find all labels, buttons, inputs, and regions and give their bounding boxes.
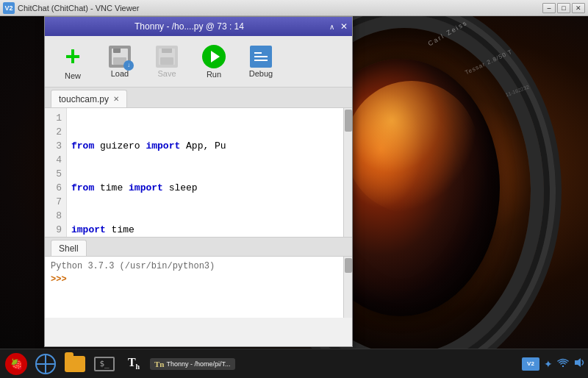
terminal-symbol: $_ xyxy=(99,359,109,368)
code-scrollbar-thumb[interactable] xyxy=(345,110,352,132)
globe-icon xyxy=(35,354,56,374)
vnc-titlebar: V2 ChitChat (ChitChat) - VNC Viewer – □ … xyxy=(0,0,588,16)
file-tab-close-icon[interactable]: ✕ xyxy=(113,95,119,103)
thonny-title-up-icon: ∧ xyxy=(329,23,334,31)
vnc-window-title: ChitChat (ChitChat) - VNC Viewer xyxy=(18,4,542,13)
wifi-icon[interactable] xyxy=(557,357,569,370)
save-label: Save xyxy=(157,69,176,78)
vnc-window-controls: – □ ✕ xyxy=(542,3,585,13)
thonny-title-controls: ∧ ✕ xyxy=(329,21,348,32)
shell-prompt-symbol: >>> xyxy=(51,274,67,285)
new-icon: + xyxy=(65,43,80,70)
taskbar-raspberry-button[interactable]: 🍓 xyxy=(3,352,29,377)
thonny-toolbar: + New ↓ Load Sav xyxy=(45,36,352,88)
new-button[interactable]: + New xyxy=(51,40,95,84)
vnc-app-icon: V2 xyxy=(3,2,15,14)
code-editor: 1 2 3 4 5 6 7 8 9 from guizero import Ap… xyxy=(45,108,352,237)
thonny-taskbar-icon: Tn xyxy=(154,360,164,368)
line-num-6: 6 xyxy=(56,181,62,195)
taskbar-browser-button[interactable] xyxy=(32,352,59,377)
vnc-close-button[interactable]: ✕ xyxy=(572,3,585,13)
terminal-icon: $_ xyxy=(94,357,115,371)
svg-marker-0 xyxy=(575,358,581,367)
taskbar-thonny-button[interactable]: Tn Thonny - /home/pi/T... xyxy=(150,358,235,370)
run-icon xyxy=(202,45,226,68)
line-num-7: 7 xyxy=(56,195,62,209)
shell-tab-label: Shell xyxy=(59,243,79,254)
debug-icon xyxy=(250,46,272,68)
file-tab-touchcam[interactable]: touchcam.py ✕ xyxy=(51,90,127,107)
vnc-maximize-button[interactable]: □ xyxy=(557,3,570,13)
wifi-svg xyxy=(557,357,569,368)
taskbar-right-area: V2 ✦ xyxy=(522,357,585,371)
shell-python-version: Python 3.7.3 (/usr/bin/python3) xyxy=(51,260,346,273)
run-button[interactable]: Run xyxy=(192,40,236,84)
bluetooth-icon[interactable]: ✦ xyxy=(544,358,553,370)
code-line-3: import time xyxy=(71,223,348,237)
thonny-window-title: Thonny - /ho....py @ 73 : 14 xyxy=(49,21,329,32)
load-icon: ↓ xyxy=(109,46,131,68)
shell-prompt-line: >>> xyxy=(51,273,346,286)
shell-scrollbar-thumb[interactable] xyxy=(345,258,352,273)
line-num-4: 4 xyxy=(56,153,62,167)
new-label: New xyxy=(65,71,81,80)
taskbar-terminal-button[interactable]: $_ xyxy=(91,352,118,377)
thonny-taskbar-label: Thonny - /home/pi/T... xyxy=(166,360,230,368)
debug-button[interactable]: Debug xyxy=(239,40,283,84)
taskbar-folder-button[interactable] xyxy=(62,352,88,377)
volume-icon[interactable] xyxy=(573,357,585,370)
file-tab-name: touchcam.py xyxy=(59,94,109,104)
folder-icon xyxy=(65,356,85,372)
thonny-file-tabs: touchcam.py ✕ xyxy=(45,88,352,108)
vnc-label: V2 xyxy=(527,360,534,367)
taskbar: 🍓 $_ Th Tn Thonny - /home/pi/T... V2 ✦ xyxy=(0,349,588,378)
raspberry-symbol: 🍓 xyxy=(10,358,23,370)
code-line-2: from time import sleep xyxy=(71,181,348,195)
shell-tab-bar: Shell xyxy=(45,238,352,257)
thonny-title-close-icon[interactable]: ✕ xyxy=(340,21,348,32)
shell-panel: Shell Python 3.7.3 (/usr/bin/python3) >>… xyxy=(45,237,352,318)
raspberry-icon: 🍓 xyxy=(5,353,27,375)
code-scrollbar[interactable] xyxy=(343,108,352,237)
volume-svg xyxy=(573,357,585,368)
line-num-8: 8 xyxy=(56,209,62,223)
line-num-5: 5 xyxy=(56,167,62,181)
line-num-1: 1 xyxy=(56,111,62,125)
th-label: Th xyxy=(128,356,140,371)
thonny-window: Thonny - /ho....py @ 73 : 14 ∧ ✕ + New ↓… xyxy=(44,16,353,347)
line-num-2: 2 xyxy=(56,125,62,139)
save-button[interactable]: Save xyxy=(145,40,189,84)
line-num-9: 9 xyxy=(56,223,62,237)
taskbar-vnc-icon[interactable]: V2 xyxy=(522,357,539,371)
vnc-minimize-button[interactable]: – xyxy=(542,3,556,13)
shell-content-area[interactable]: Python 3.7.3 (/usr/bin/python3) >>> xyxy=(45,257,352,318)
line-num-3: 3 xyxy=(56,139,62,153)
line-numbers: 1 2 3 4 5 6 7 8 9 xyxy=(45,108,67,237)
load-button[interactable]: ↓ Load xyxy=(98,40,142,84)
debug-label: Debug xyxy=(249,69,273,78)
save-icon xyxy=(156,46,178,68)
lens-glow xyxy=(345,81,478,213)
code-content-area[interactable]: from guizero import App, Pu from time im… xyxy=(67,108,352,237)
shell-tab[interactable]: Shell xyxy=(51,240,87,256)
thonny-titlebar: Thonny - /ho....py @ 73 : 14 ∧ ✕ xyxy=(45,17,352,36)
taskbar-th-button[interactable]: Th xyxy=(121,352,147,377)
shell-scrollbar[interactable] xyxy=(343,257,352,318)
run-label: Run xyxy=(207,70,221,79)
code-line-1: from guizero import App, Pu xyxy=(71,139,348,153)
